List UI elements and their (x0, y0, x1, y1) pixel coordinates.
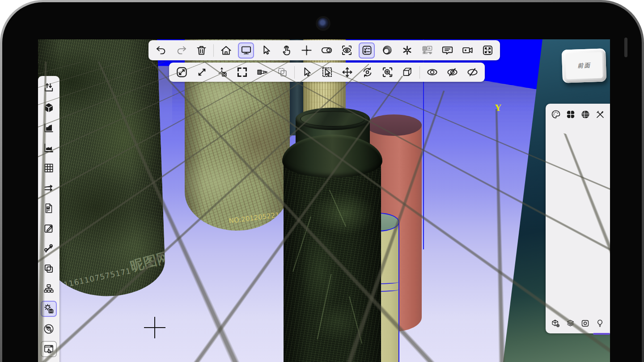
tool-grid[interactable] (41, 160, 57, 176)
surface-b-icon (43, 142, 55, 154)
main-toolbar (148, 40, 500, 60)
tool-eye-off-2[interactable] (464, 64, 480, 80)
tool-surface-a[interactable] (41, 120, 57, 136)
tool-sun-camera[interactable] (41, 301, 57, 317)
tool-axis-camera[interactable] (214, 64, 230, 80)
tool-move[interactable] (339, 64, 355, 80)
right-panel-content (546, 123, 610, 316)
eye-off-icon (446, 66, 458, 78)
import-export-icon (43, 82, 55, 93)
axis-y-label: Y (495, 103, 501, 113)
right-panel (546, 104, 610, 333)
sun-camera-icon (43, 303, 55, 315)
tool-timeline[interactable] (419, 42, 435, 59)
tool-redo[interactable] (173, 42, 189, 59)
tool-window-click[interactable] (41, 341, 57, 357)
tool-zoom-fit[interactable] (174, 64, 190, 80)
tool-checklist[interactable] (359, 42, 375, 59)
touch-icon (280, 44, 292, 56)
tool-zoom-in[interactable] (379, 64, 395, 80)
tool-connector[interactable] (254, 64, 270, 80)
tool-rotate[interactable] (359, 64, 375, 80)
timeline-icon (421, 44, 433, 56)
watermark-site-left: 昵图网 (128, 248, 166, 276)
tool-picker[interactable] (593, 108, 607, 121)
tool-hierarchy[interactable] (41, 281, 57, 297)
view-cube[interactable]: 前面 (562, 48, 607, 83)
tool-comment[interactable] (439, 42, 455, 59)
app-screen: Y 20521161107575171 昵图网 NO:2012052216530… (38, 39, 610, 362)
bottle-body (284, 161, 381, 362)
comment-icon (441, 44, 453, 56)
tool-cube[interactable] (41, 100, 57, 116)
tool-spiral[interactable] (379, 42, 395, 59)
path-pins-icon (43, 243, 55, 254)
toolbar-divider (213, 44, 214, 57)
tool-toggle[interactable] (318, 42, 335, 59)
tool-crosshair[interactable] (298, 42, 314, 59)
tool-duplicate[interactable] (41, 261, 57, 277)
zoom-fit-icon (176, 66, 188, 78)
clover-icon (565, 109, 576, 120)
tool-zoom-arrows[interactable] (194, 64, 210, 80)
marble-bottle[interactable] (282, 108, 382, 362)
tool-eye[interactable] (424, 64, 440, 80)
tool-video[interactable] (459, 42, 475, 59)
tool-import-export[interactable] (41, 80, 57, 96)
tool-palette[interactable] (549, 108, 563, 121)
tool-bulb[interactable] (594, 317, 606, 329)
cube-refresh-icon (43, 323, 55, 335)
tool-cursor[interactable] (258, 42, 274, 59)
tool-touch[interactable] (278, 42, 294, 59)
tool-frame-brackets[interactable] (234, 64, 250, 80)
tool-home[interactable] (218, 42, 234, 59)
tool-globe[interactable] (579, 108, 592, 121)
tool-snowflake[interactable] (399, 42, 415, 59)
home-icon (220, 44, 232, 56)
tool-camera[interactable] (579, 317, 592, 329)
tool-surface-b[interactable] (41, 140, 57, 156)
tool-cursor-box[interactable] (319, 64, 335, 80)
tool-cube-3d[interactable] (399, 64, 415, 80)
grid-icon (43, 162, 55, 174)
right-panel-tabs (546, 104, 610, 123)
tool-undo[interactable] (153, 42, 169, 59)
tool-monitor[interactable] (238, 42, 254, 59)
eye-off-2-icon (466, 66, 479, 78)
panel-accent-bar (593, 333, 610, 335)
axis-camera-icon (216, 66, 228, 78)
zoom-in-icon (381, 66, 394, 78)
zoom-arrows-icon (196, 66, 208, 78)
tool-fullscreen[interactable] (479, 42, 496, 59)
tool-eye-off[interactable] (444, 64, 460, 80)
left-sidebar (38, 76, 59, 362)
cube-3d-icon (402, 66, 414, 78)
globe-icon (580, 109, 591, 120)
tool-eye-focus[interactable] (339, 42, 355, 59)
tool-arrows-right[interactable] (41, 180, 57, 196)
cube-add-icon (551, 319, 560, 328)
trash-icon (195, 44, 208, 56)
tool-trash[interactable] (193, 42, 209, 59)
rotate-icon (361, 66, 373, 78)
tool-doc-image[interactable] (41, 200, 57, 216)
tool-clover[interactable] (564, 108, 577, 121)
edit-icon (43, 223, 55, 234)
connector-icon (256, 66, 268, 78)
tool-cube-refresh[interactable] (41, 321, 57, 337)
toolbar-divider (419, 66, 420, 79)
crosshair-cursor (144, 317, 165, 338)
view-cube-face[interactable]: 前面 (565, 52, 603, 80)
tool-layers[interactable] (564, 317, 577, 329)
tool-duplicate-dashed[interactable] (274, 64, 290, 80)
cube-icon (43, 102, 55, 114)
tool-cube-add[interactable] (550, 317, 562, 329)
tool-cursor2[interactable] (299, 64, 315, 80)
picker-icon (595, 109, 606, 120)
snowflake-icon (401, 44, 413, 56)
bezel-detail (624, 38, 627, 57)
tool-edit[interactable] (41, 220, 57, 236)
tool-path-pins[interactable] (41, 240, 57, 257)
frame-brackets-icon (236, 66, 248, 78)
eye-icon (426, 66, 438, 78)
